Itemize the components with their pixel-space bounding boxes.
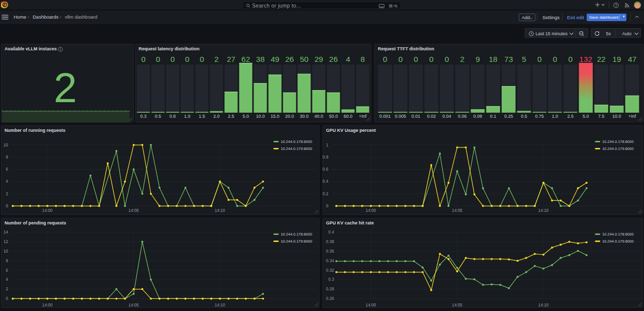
svg-text:73: 73	[504, 54, 513, 63]
svg-text:8: 8	[6, 154, 8, 159]
svg-text:2: 2	[6, 287, 8, 291]
svg-text:20.0: 20.0	[285, 114, 294, 119]
svg-text:4: 4	[346, 54, 350, 63]
svg-text:12: 12	[4, 240, 9, 244]
svg-text:14:05: 14:05	[452, 303, 462, 307]
svg-text:0.38: 0.38	[326, 240, 334, 244]
svg-text:8: 8	[360, 54, 365, 63]
svg-text:0.02: 0.02	[427, 114, 436, 119]
svg-text:0: 0	[155, 54, 160, 63]
svg-text:0.8: 0.8	[323, 154, 329, 159]
svg-text:0.26: 0.26	[326, 296, 334, 301]
svg-text:10.244.0.179:8000: 10.244.0.179:8000	[281, 239, 312, 244]
svg-text:0.4: 0.4	[329, 230, 335, 235]
svg-text:10.244.0.178:8000: 10.244.0.178:8000	[602, 232, 634, 237]
svg-text:2: 2	[6, 191, 8, 196]
svg-text:0: 0	[185, 54, 189, 63]
svg-text:10.244.0.178:8000: 10.244.0.178:8000	[281, 139, 312, 144]
svg-text:14: 14	[4, 230, 9, 235]
svg-text:14:00: 14:00	[42, 208, 53, 212]
svg-text:132: 132	[579, 54, 592, 63]
svg-text:10.244.0.179:8000: 10.244.0.179:8000	[602, 239, 634, 244]
svg-text:0: 0	[383, 54, 387, 63]
svg-text:10.244.0.178:8000: 10.244.0.178:8000	[602, 139, 634, 144]
svg-text:18: 18	[489, 54, 497, 63]
svg-text:4: 4	[6, 179, 8, 184]
svg-text:10.0: 10.0	[256, 114, 265, 119]
svg-text:0.32: 0.32	[326, 268, 334, 272]
svg-text:14:10: 14:10	[538, 208, 549, 212]
svg-text:0.8: 0.8	[169, 114, 176, 119]
svg-text:40.0: 40.0	[314, 114, 323, 119]
svg-text:5: 5	[522, 54, 526, 63]
svg-text:0.06: 0.06	[458, 114, 467, 119]
svg-text:30.0: 30.0	[299, 114, 308, 119]
svg-text:29: 29	[314, 54, 323, 63]
svg-text:0.001: 0.001	[379, 114, 391, 119]
svg-text:27: 27	[226, 54, 235, 63]
svg-text:7.5: 7.5	[598, 114, 605, 119]
svg-text:14:10: 14:10	[215, 208, 225, 212]
svg-text:14:00: 14:00	[366, 303, 376, 307]
svg-text:1: 1	[326, 142, 329, 147]
svg-text:1.0: 1.0	[552, 114, 558, 119]
svg-text:14:05: 14:05	[452, 208, 462, 212]
svg-text:50.0: 50.0	[329, 114, 338, 119]
svg-text:0: 0	[398, 54, 403, 63]
svg-text:49: 49	[270, 54, 279, 63]
svg-text:0: 0	[553, 54, 557, 63]
svg-text:2: 2	[460, 54, 464, 63]
svg-text:5.0: 5.0	[243, 114, 249, 119]
svg-text:8: 8	[6, 258, 8, 263]
svg-text:19: 19	[612, 54, 621, 63]
svg-text:14:00: 14:00	[366, 208, 376, 212]
svg-text:0: 0	[199, 54, 204, 63]
svg-text:4: 4	[6, 277, 8, 282]
svg-text:60.0: 60.0	[343, 114, 352, 119]
svg-text:10.0: 10.0	[612, 114, 621, 119]
svg-text:22: 22	[597, 54, 605, 63]
svg-text:0: 0	[6, 296, 8, 301]
svg-text:10: 10	[4, 142, 9, 147]
svg-text:0.005: 0.005	[395, 114, 407, 119]
svg-text:0: 0	[141, 54, 145, 63]
svg-text:10.244.0.178:8000: 10.244.0.178:8000	[281, 232, 312, 237]
svg-text:2: 2	[214, 54, 218, 63]
svg-text:0.5: 0.5	[154, 114, 161, 119]
svg-text:0.36: 0.36	[326, 249, 334, 254]
svg-text:0.3: 0.3	[140, 114, 146, 119]
svg-text:9: 9	[475, 54, 480, 63]
svg-text:0.3: 0.3	[329, 277, 335, 282]
svg-text:14:05: 14:05	[128, 303, 139, 307]
svg-text:38: 38	[256, 54, 264, 63]
svg-text:0.04: 0.04	[442, 114, 451, 119]
svg-text:0: 0	[568, 54, 573, 63]
svg-text:1.5: 1.5	[198, 114, 205, 119]
svg-text:10.244.0.179:8000: 10.244.0.179:8000	[281, 146, 312, 151]
svg-text:0.01: 0.01	[412, 114, 421, 119]
svg-text:0: 0	[414, 54, 418, 63]
svg-text:0: 0	[326, 203, 329, 208]
svg-text:0: 0	[170, 54, 175, 63]
svg-text:0: 0	[445, 54, 449, 63]
svg-text:5.0: 5.0	[583, 114, 589, 119]
svg-text:50: 50	[299, 54, 308, 63]
svg-text:0: 0	[429, 54, 434, 63]
svg-text:0.08: 0.08	[473, 114, 482, 119]
svg-text:6: 6	[6, 167, 8, 172]
svg-text:0.6: 0.6	[323, 167, 329, 172]
svg-text:0.75: 0.75	[535, 114, 544, 119]
svg-text:0.25: 0.25	[504, 114, 513, 119]
svg-text:0: 0	[537, 54, 542, 63]
svg-text:15.0: 15.0	[270, 114, 279, 119]
svg-text:47: 47	[628, 54, 636, 63]
svg-text:14:05: 14:05	[128, 208, 139, 212]
svg-text:0.28: 0.28	[326, 287, 334, 291]
svg-text:14:10: 14:10	[538, 303, 549, 307]
svg-text:10.244.0.179:8000: 10.244.0.179:8000	[602, 146, 634, 151]
svg-text:0.1: 0.1	[490, 114, 497, 119]
svg-text:10: 10	[4, 249, 9, 254]
svg-text:0: 0	[6, 203, 8, 208]
svg-text:14:10: 14:10	[215, 303, 225, 307]
svg-text:0.4: 0.4	[323, 179, 329, 184]
